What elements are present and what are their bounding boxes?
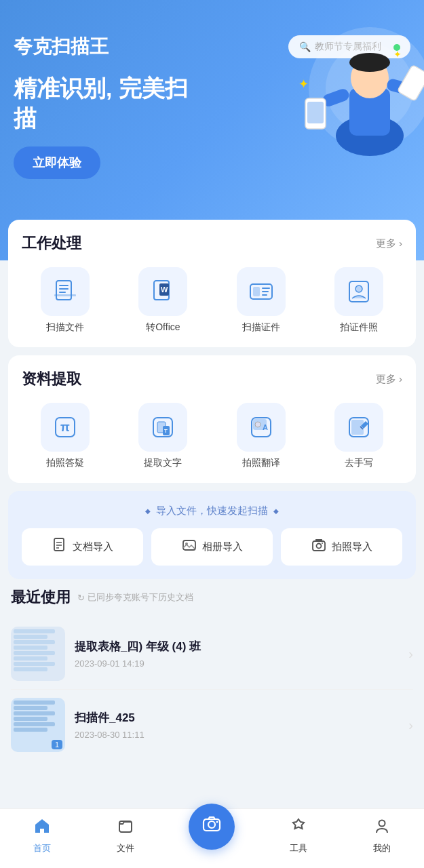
extract-text-icon: T [149,414,176,441]
work-section-card: 工作处理 更多 › 扫描文件 [8,220,416,347]
file-item-1[interactable]: 提取表格_四) 年级 (4) 班 2023-09-01 14:19 › [11,618,413,690]
scan-file-icon-box [41,267,90,316]
scan-id-item[interactable]: 扫描证件 [218,267,305,334]
files-icon [117,817,134,840]
nav-tools-label: 工具 [290,842,307,854]
svg-rect-24 [262,288,270,289]
hero-text: 精准识别, 完美扫描 [14,73,190,133]
photo-translate-item[interactable]: A 拍照翻译 [218,403,305,469]
svg-point-13 [393,44,400,51]
to-office-icon: W [149,278,176,305]
file-date-1: 2023-09-01 14:19 [75,658,399,669]
remove-handwrite-icon [345,414,372,441]
home-icon [33,817,51,840]
file-item-2[interactable]: 1 扫描件_425 2023-08-30 11:11 › [11,690,413,760]
photo-id-label: 拍证件照 [340,321,378,334]
photo-translate-icon: A [248,414,275,441]
file-arrow-2: › [408,717,413,733]
to-office-icon-box: W [138,267,187,316]
photo-id-item[interactable]: 拍证件照 [315,267,402,334]
scan-file-item[interactable]: 扫描文件 [22,267,109,334]
file-name-1: 提取表格_四) 年级 (4) 班 [75,639,399,654]
nav-camera-button[interactable] [189,804,235,850]
album-import-button[interactable]: 相册导入 [151,528,273,566]
svg-rect-9 [307,102,324,123]
photo-translate-icon-box: A [237,403,286,452]
work-section-title: 工作处理 [22,233,81,254]
work-icon-grid: 扫描文件 W 转Office [22,267,402,334]
nav-tools[interactable]: 工具 [278,817,319,854]
hero-illustration: ✦ ✦ [261,20,424,163]
svg-point-28 [355,285,362,292]
nav-profile[interactable]: 我的 [362,817,402,854]
svg-point-49 [316,544,321,549]
resource-more-button[interactable]: 更多 › [376,373,402,386]
photo-qa-icon-box: π [41,403,90,452]
import-section: 导入文件，快速发起扫描 文档导入 [8,491,416,579]
app-title: 夸克扫描王 [14,34,109,60]
recent-section-wrapper: 最近使用 ↻ 已同步夸克账号下历史文档 [8,587,416,760]
resource-card-header: 资料提取 更多 › [22,369,402,389]
file-badge-2: 1 [52,740,62,749]
work-more-button[interactable]: 更多 › [376,237,402,250]
file-info-1: 提取表格_四) 年级 (4) 班 2023-09-01 14:19 [75,639,399,669]
photo-import-icon [311,538,326,556]
photo-import-button[interactable]: 拍照导入 [281,528,402,566]
svg-text:T: T [164,428,168,434]
import-hint: 导入文件，快速发起扫描 [22,505,402,517]
import-buttons-group: 文档导入 相册导入 [22,528,402,566]
work-card-header: 工作处理 更多 › [22,233,402,254]
remove-handwrite-item[interactable]: 去手写 [315,403,402,469]
svg-point-53 [208,821,215,828]
svg-point-55 [379,821,385,827]
hero-button[interactable]: 立即体验 [14,146,100,179]
to-office-item[interactable]: W 转Office [119,267,206,334]
photo-qa-label: 拍照答疑 [46,457,84,469]
svg-rect-42 [54,538,64,551]
svg-point-37 [255,422,261,427]
file-arrow-1: › [408,646,413,662]
photo-import-label: 拍照导入 [332,540,372,553]
photo-translate-label: 拍照翻译 [242,457,280,469]
scan-id-icon [248,278,275,305]
svg-text:✦: ✦ [298,77,309,91]
svg-rect-51 [119,821,132,832]
svg-rect-26 [262,294,267,296]
tools-icon [290,817,307,840]
scan-id-icon-box [237,267,286,316]
main-content: 工作处理 更多 › 扫描文件 [0,220,424,848]
recent-title: 最近使用 [11,587,71,608]
resource-icon-grid: π 拍照答疑 T 提取文字 [22,403,402,469]
profile-icon [373,817,391,840]
svg-rect-46 [183,540,195,550]
svg-rect-48 [313,541,325,551]
extract-text-item[interactable]: T 提取文字 [119,403,206,469]
bottom-navigation: 首页 文件 工具 [0,808,424,868]
photo-id-icon [345,278,372,305]
file-date-2: 2023-08-30 11:11 [75,730,399,740]
camera-icon [201,814,222,839]
nav-files-label: 文件 [117,842,134,854]
remove-handwrite-label: 去手写 [345,457,373,469]
sync-text-label: 已同步夸克账号下历史文档 [88,591,193,604]
photo-qa-item[interactable]: π 拍照答疑 [22,403,109,469]
album-import-icon [182,538,197,556]
svg-rect-25 [262,291,269,292]
nav-home[interactable]: 首页 [22,817,62,854]
extract-text-label: 提取文字 [144,457,182,469]
file-thumb-1 [11,627,65,681]
svg-rect-16 [59,288,69,290]
resource-section-card: 资料提取 更多 › π 拍照答疑 [8,355,416,483]
doc-import-icon [52,538,67,556]
nav-files[interactable]: 文件 [105,817,146,854]
svg-rect-23 [253,287,260,296]
svg-rect-17 [59,292,66,293]
doc-import-button[interactable]: 文档导入 [22,528,143,566]
doc-import-label: 文档导入 [73,540,113,553]
svg-rect-40 [351,420,364,435]
scan-file-label: 扫描文件 [46,321,84,334]
file-info-2: 扫描件_425 2023-08-30 11:11 [75,710,399,740]
nav-home-label: 首页 [33,842,51,854]
recent-header: 最近使用 ↻ 已同步夸克账号下历史文档 [11,587,413,608]
sync-status: ↻ 已同步夸克账号下历史文档 [77,591,193,604]
